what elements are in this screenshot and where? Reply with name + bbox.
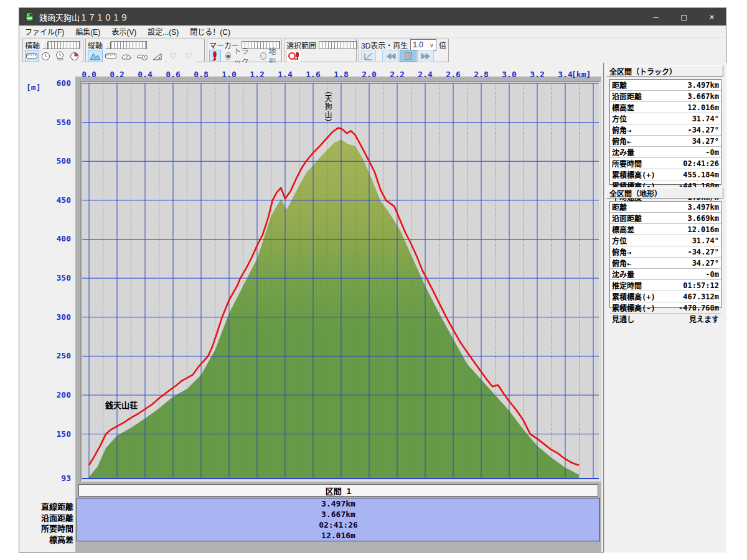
x-tick-label: 1.0 [222, 70, 237, 79]
menu-item-2[interactable]: 表示(V) [106, 25, 142, 38]
vaxis-elevation-button[interactable] [88, 50, 103, 62]
haxis-slider-thumb[interactable] [42, 41, 48, 49]
stat-value: 34.27° [692, 259, 719, 268]
panel-title-1: 全区間（地形） [606, 187, 723, 198]
window-title: 銭函天狗山１７１０１９ [39, 11, 128, 23]
vaxis-slider[interactable] [105, 41, 147, 49]
y-tick-label: 150 [57, 429, 72, 439]
minimize-button[interactable]: – [642, 8, 670, 26]
mountain-icon [90, 52, 101, 60]
haxis-distance-button[interactable] [25, 50, 39, 62]
y-tick-label: 350 [57, 273, 72, 282]
panel-table-0: 距離3.497km沿面距離3.667km標高差12.016m方位31.74°俯角… [609, 79, 721, 185]
menu-item-3[interactable]: 設定...(S) [142, 25, 184, 38]
annotation-hut: 銭天山荘 [105, 399, 138, 411]
stat-row: 沈み量-0m [610, 269, 721, 280]
section-label-0: 直線距離 [21, 500, 73, 512]
x-tick-label: 3.2 [530, 70, 544, 79]
radio-dot [260, 52, 266, 60]
panel-table-1: 距離3.497km沿面距離3.669km標高差12.016m方位31.74°俯角… [609, 201, 721, 308]
haxis-time-button[interactable] [39, 50, 53, 62]
elevation-plot[interactable]: 0.00.20.40.60.81.01.21.41.61.82.02.22.42… [21, 63, 601, 552]
vaxis-speed-button[interactable] [119, 50, 134, 62]
stat-label: 俯角← [612, 258, 631, 268]
playback-forward-button[interactable] [417, 50, 434, 62]
x-tick-label: 2.2 [390, 70, 404, 79]
app-window: 銭函天狗山１７１０１９ – □ × ファイル(F)編集(E)表示(V)設定...… [19, 7, 726, 553]
section-label-3: 標高差 [21, 533, 73, 545]
playback-rewind-button[interactable] [382, 50, 399, 62]
selection-marker-button[interactable] [286, 50, 301, 62]
vaxis-pace-button[interactable] [134, 50, 149, 62]
stat-value: 455.184m [683, 170, 719, 179]
selection-label: 選択範囲 [286, 40, 316, 50]
vaxis-heartrate2-button[interactable]: ♡ [181, 50, 196, 62]
stat-label: 累積標高(-) [612, 302, 655, 313]
elevation-chart[interactable]: 0.00.20.40.60.81.01.21.41.61.82.02.22.42… [21, 63, 601, 552]
vaxis-distance-button[interactable] [103, 50, 118, 62]
stat-row: 所要時間02:41:26 [610, 158, 721, 169]
stat-value: -34.27° [687, 248, 719, 256]
haxis-slider[interactable] [42, 41, 80, 49]
stat-label: 標高差 [612, 102, 634, 113]
playback-stop-button[interactable] [400, 50, 416, 62]
3d-axes-icon [364, 52, 374, 61]
stat-value: 12.016m [687, 103, 719, 112]
section-value-2: 02:41:26 [77, 520, 599, 530]
stat-row: 方位31.74° [610, 113, 721, 124]
stat-label: 所要時間 [612, 158, 642, 169]
stat-label: 俯角→ [612, 124, 631, 135]
y-tick-label: 600 [57, 78, 72, 88]
maximize-button[interactable]: □ [670, 8, 698, 26]
stat-row: 推定時間01:57:12 [610, 280, 721, 291]
stat-value: -34.27° [687, 126, 719, 134]
y-tick-label: 93 [61, 474, 71, 483]
x-tick-label: 2.0 [362, 70, 377, 79]
stat-row: 累積標高(-)-470.768m [610, 302, 721, 314]
haxis-time-number-button[interactable]: 123 [54, 50, 67, 62]
stat-value: 3.669km [687, 214, 719, 223]
x-tick-label: 1.4 [278, 70, 293, 79]
toolbar: 横軸 [19, 38, 726, 63]
close-button[interactable]: × [698, 8, 726, 26]
stat-label: 沈み量 [612, 269, 634, 279]
clock-pie-icon [70, 52, 79, 61]
speed-icon [121, 52, 132, 60]
stat-label: 標高差 [612, 224, 634, 235]
playback-speed-select[interactable]: 1.0 ∨ [410, 39, 436, 51]
vaxis-slope-button[interactable] [150, 50, 165, 62]
stat-value: 31.74° [692, 236, 719, 245]
stat-row: 俯角→-34.27° [610, 124, 721, 136]
range-marker-icon [288, 51, 300, 61]
menu-item-0[interactable]: ファイル(F) [19, 25, 70, 38]
svg-text:123: 123 [57, 57, 63, 61]
stat-value: 3.497km [687, 81, 719, 90]
panel-title-0: 全区間（トラック） [606, 65, 723, 77]
speed-time-icon [136, 52, 148, 60]
marker-pen-icon [212, 51, 218, 61]
x-tick-label: 1.2 [250, 70, 264, 79]
stat-label: 累積標高(+) [612, 169, 655, 180]
menu-item-1[interactable]: 編集(E) [70, 25, 106, 38]
playback-speed-value: 1.0 [413, 40, 423, 49]
y-tick-label: 300 [57, 312, 72, 322]
stat-label: 方位 [612, 235, 627, 246]
x-tick-label: 0.0 [82, 70, 96, 79]
marker-pen-button[interactable] [209, 50, 221, 62]
menu-item-4[interactable]: 閉じる！(C) [184, 25, 236, 38]
y-tick-label: 250 [57, 351, 72, 360]
stat-value: 34.27° [692, 137, 719, 146]
stat-row: 沈み量-0m [610, 147, 721, 158]
haxis-time-pie-button[interactable] [67, 50, 81, 62]
vaxis-heartrate-button[interactable]: ♡ [166, 50, 181, 62]
selection-group: 選択範囲 [284, 39, 357, 62]
stat-row: 沿面距離3.667km [610, 91, 721, 102]
title-bar[interactable]: 銭函天狗山１７１０１９ – □ × [19, 8, 726, 26]
playback-3d-button[interactable] [361, 50, 376, 62]
heart-rate-icon: ♡ [169, 51, 177, 61]
x-tick-label: 2.4 [418, 70, 433, 79]
section-header: 区間 1 [78, 484, 598, 497]
selection-slider[interactable] [319, 41, 357, 49]
stat-label: 方位 [612, 113, 627, 124]
vaxis-slider-thumb[interactable] [105, 41, 111, 49]
